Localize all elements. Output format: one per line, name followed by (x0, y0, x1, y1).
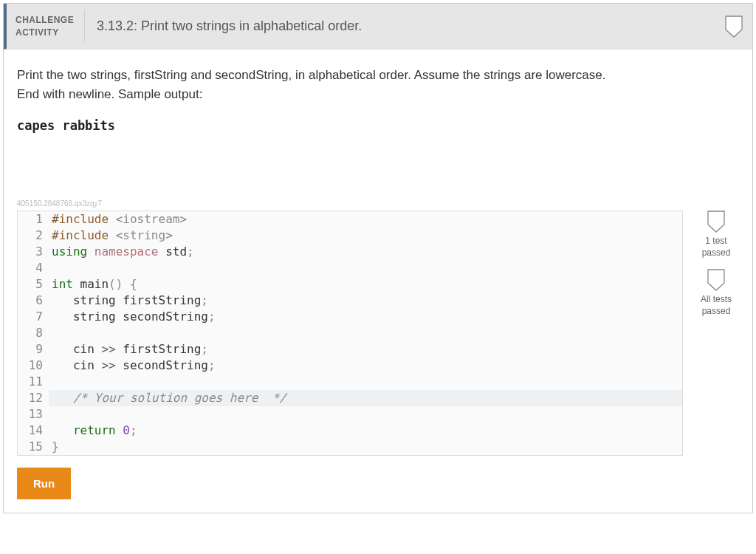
header-label-line1: CHALLENGE (16, 14, 84, 27)
challenge-header: CHALLENGE ACTIVITY 3.13.2: Print two str… (4, 4, 752, 49)
shield-icon (707, 211, 726, 233)
shield-icon (707, 269, 726, 291)
header-label: CHALLENGE ACTIVITY (7, 4, 84, 49)
code-line: 9 cin >> firstString; (18, 341, 682, 358)
status-column: 1 test passed All tests passed (693, 211, 739, 327)
code-line: 2#include <string> (18, 228, 682, 244)
badge-slot (723, 4, 752, 49)
code-editor[interactable]: 1#include <iostream> 2#include <string> … (17, 211, 683, 456)
code-line: 15} (18, 439, 682, 455)
challenge-title: 3.13.2: Print two strings in alphabetica… (85, 4, 723, 49)
code-line: 3using namespace std; (18, 244, 682, 260)
code-line: 6 string firstString; (18, 293, 682, 309)
code-line: 1#include <iostream> (18, 211, 682, 228)
code-line-active: 12 /* Your solution goes here */ (18, 390, 682, 406)
challenge-body: Print the two strings, firstString and s… (4, 49, 752, 513)
code-line: 13 (18, 406, 682, 423)
status-all-tests: All tests passed (693, 269, 739, 317)
status-one-test-label: 1 test passed (693, 236, 739, 259)
code-line: 11 (18, 374, 682, 390)
prompt-text: Print the two strings, firstString and s… (17, 66, 739, 103)
challenge-card: CHALLENGE ACTIVITY 3.13.2: Print two str… (3, 3, 753, 513)
meta-id: 405150.2848768.qx3zqy7 (17, 199, 739, 208)
prompt-line2: End with newline. Sample output: (17, 87, 202, 101)
status-one-test: 1 test passed (693, 211, 739, 259)
header-label-line2: ACTIVITY (16, 27, 84, 39)
sample-output: capes rabbits (17, 118, 739, 133)
editor-row: 1#include <iostream> 2#include <string> … (17, 211, 739, 456)
run-button[interactable]: Run (17, 468, 71, 499)
code-line: 4 (18, 260, 682, 276)
code-line: 7 string secondString; (18, 309, 682, 325)
code-line: 14 return 0; (18, 423, 682, 439)
shield-icon (724, 16, 743, 38)
code-line: 5int main() { (18, 276, 682, 293)
code-line: 10 cin >> secondString; (18, 358, 682, 374)
prompt-line1: Print the two strings, firstString and s… (17, 68, 606, 82)
status-all-tests-label: All tests passed (693, 294, 739, 317)
code-line: 8 (18, 325, 682, 341)
